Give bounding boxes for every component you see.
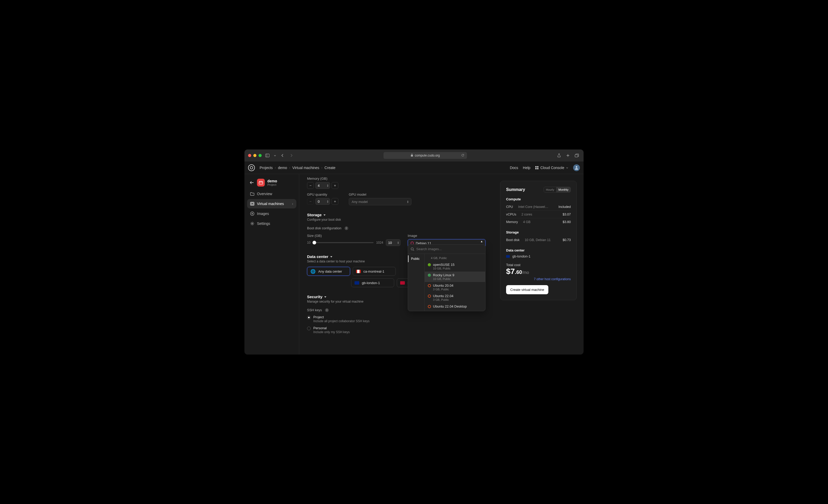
close-window[interactable] [248,154,251,157]
radio-unchecked-icon[interactable] [307,327,311,330]
image-option-ubuntu-2204[interactable]: Ubuntu 22.04 3 GB, Public [425,292,485,303]
nav-help[interactable]: Help [523,166,530,170]
gpu-decrement[interactable]: − [307,198,314,205]
summary-dc-value: gb-london-1 [512,254,530,258]
svg-rect-0 [265,154,269,157]
grid-icon [535,166,539,170]
minimize-window[interactable] [253,154,256,157]
back-icon[interactable] [279,152,286,159]
info-icon[interactable]: i [345,226,348,230]
memory-increment[interactable]: + [332,182,338,189]
brand-logo[interactable] [248,164,255,171]
nav-docs[interactable]: Docs [510,166,518,170]
toggle-monthly[interactable]: Monthly [556,187,571,192]
flag-uk-icon [506,255,510,258]
sidebar-item-settings[interactable]: Settings [247,219,296,228]
reload-icon[interactable] [461,154,464,158]
toggle-hourly[interactable]: Hourly [544,187,556,192]
crumb-vms[interactable]: Virtual machines [292,166,319,170]
svg-rect-5 [537,166,538,167]
storage-heading: Storage [506,230,571,234]
select-spinner-icon: ▴▾ [407,200,409,203]
share-icon[interactable] [556,152,562,159]
triangle-down-icon [330,255,333,258]
sidebar-item-images[interactable]: Images [247,209,296,218]
total-cost-label: Total cost [506,263,571,267]
boot-config-label: Boot disk configuration [307,226,341,230]
gpu-qty-stepper: − ▴▾ + [307,198,338,205]
nav-cloud-console[interactable]: Cloud Console [535,166,569,170]
maximize-window[interactable] [258,154,262,157]
memory-decrement[interactable]: − [307,182,314,189]
disc-icon [250,212,254,216]
gpu-increment[interactable]: + [332,198,338,205]
other-configurations-link[interactable]: 7 other host configurations [506,277,571,281]
crumb-demo[interactable]: demo [278,166,287,170]
dc-option-ca-montreal[interactable]: ca-montreal-1 [353,267,396,276]
crumb-projects[interactable]: Projects [259,166,273,170]
total-price: $7.60/mo [506,267,571,276]
image-option-partial[interactable]: 4 GB, Public [425,255,485,261]
image-dropdown: Public 4 GB, Public openSUSE 15 1 [408,244,486,311]
spinner-icon[interactable]: ▴▾ [327,184,328,187]
project-subtitle: Project [267,183,277,186]
chevron-down-icon[interactable] [273,152,277,159]
breadcrumbs: Projects › demo › Virtual machines › Cre… [259,166,335,170]
ssh-option-project[interactable]: Project Include all project collaborator… [307,315,486,323]
opensuse-icon [428,263,431,266]
dc-option-any[interactable]: 🌐 Any data center [307,267,350,276]
storage-subtitle: Configure your boot disk [307,218,486,221]
sidebar-item-overview[interactable]: Overview [247,189,296,199]
image-search-input[interactable] [416,247,483,251]
sidebar-toggle-icon[interactable] [264,152,271,159]
ssh-option-personal[interactable]: Personal Include only my SSH keys [307,326,486,334]
memory-stepper: − ▴▾ + [307,182,486,189]
svg-point-8 [576,166,577,168]
folder-icon [250,192,254,196]
triangle-down-icon [323,214,326,216]
size-slider[interactable] [313,242,374,243]
svg-point-12 [252,213,253,214]
row-bootdisk: Boot disk 10 GB, Debian 11 $0.73 [506,236,571,244]
image-option-rocky[interactable]: Rocky Linux 9 10 GB, Public [425,271,485,282]
chevron-down-icon [566,166,569,169]
crumb-create[interactable]: Create [325,166,335,170]
svg-point-13 [252,223,253,224]
row-vcpus: vCPUs 2 cores $3.07 [506,211,571,218]
url-bar[interactable]: compute.cudo.org [383,152,467,159]
size-min: 10 [307,241,310,244]
project-name: demo [267,179,277,183]
tabs-icon[interactable] [574,152,580,159]
forward-icon[interactable] [288,152,294,159]
radio-checked-icon[interactable] [307,316,311,319]
slider-thumb[interactable] [313,241,316,244]
compute-heading: Compute [506,197,571,201]
create-vm-button[interactable]: Create virtual machine [506,285,548,294]
spinner-icon[interactable]: ▴▾ [327,200,328,203]
svg-rect-9 [250,202,254,205]
back-arrow-icon[interactable] [249,181,254,184]
image-tab-public[interactable]: Public [408,255,424,262]
gpu-model-select[interactable]: Any model ▴▾ [349,198,411,205]
chevron-right-icon: › [292,202,293,206]
triangle-down-icon [324,296,327,298]
image-option-ubuntu-2004[interactable]: Ubuntu 20.04 3 GB, Public [425,282,485,292]
svg-rect-4 [535,166,537,167]
ubuntu-icon [428,284,431,287]
dc-option-gb-london[interactable]: gb-london-1 [351,278,394,287]
sidebar-item-virtual-machines[interactable]: Virtual machines › [247,199,296,208]
chevron-right-icon: › [275,166,276,170]
gpu-qty-label: GPU quantity [307,193,338,197]
flag-canada-icon [356,270,361,273]
storage-section-toggle[interactable]: Storage [307,213,486,217]
spinner-icon[interactable]: ▴▾ [398,241,399,244]
image-option-opensuse[interactable]: openSUSE 15 10 GB, Public [425,261,485,271]
ubuntu-icon [428,295,431,298]
image-option-ubuntu-2204-desktop[interactable]: Ubuntu 22.04 Desktop [425,303,485,310]
window-controls [248,154,262,157]
user-avatar[interactable] [573,164,580,171]
billing-toggle[interactable]: Hourly Monthly [544,187,571,193]
memory-label: Memory (GB) [307,177,486,180]
new-tab-icon[interactable] [565,152,571,159]
info-icon[interactable]: i [325,308,329,312]
